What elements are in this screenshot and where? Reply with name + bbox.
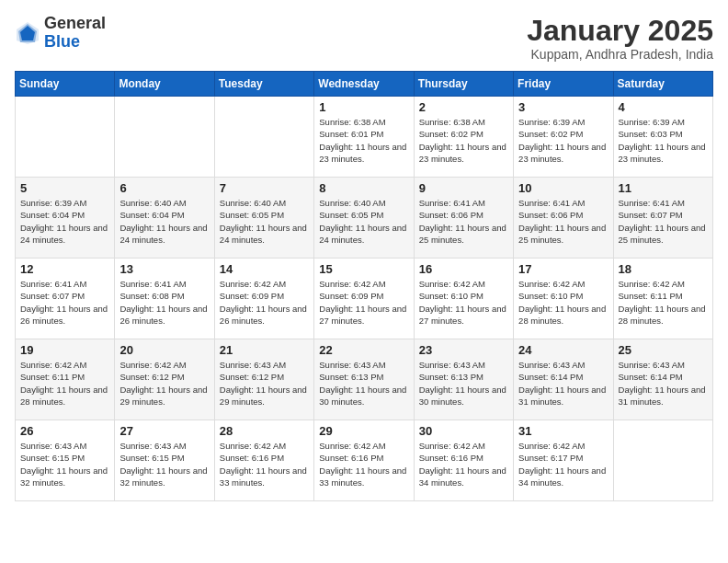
weekday-header: Thursday: [414, 72, 513, 97]
calendar-cell: 19Sunrise: 6:42 AM Sunset: 6:11 PM Dayli…: [16, 339, 115, 420]
day-info: Sunrise: 6:42 AM Sunset: 6:10 PM Dayligh…: [518, 278, 608, 327]
calendar-cell: 1Sunrise: 6:38 AM Sunset: 6:01 PM Daylig…: [314, 97, 414, 178]
day-number: 14: [220, 262, 309, 276]
day-number: 13: [119, 262, 209, 276]
calendar-cell: 9Sunrise: 6:41 AM Sunset: 6:06 PM Daylig…: [414, 178, 513, 259]
day-info: Sunrise: 6:42 AM Sunset: 6:09 PM Dayligh…: [319, 278, 408, 327]
day-info: Sunrise: 6:43 AM Sunset: 6:13 PM Dayligh…: [319, 359, 408, 408]
day-number: 19: [20, 343, 109, 357]
day-info: Sunrise: 6:42 AM Sunset: 6:09 PM Dayligh…: [220, 278, 309, 327]
calendar-cell: 26Sunrise: 6:43 AM Sunset: 6:15 PM Dayli…: [16, 420, 115, 501]
day-info: Sunrise: 6:43 AM Sunset: 6:14 PM Dayligh…: [518, 359, 608, 408]
day-number: 22: [319, 343, 408, 357]
calendar-cell: 29Sunrise: 6:42 AM Sunset: 6:16 PM Dayli…: [314, 420, 414, 501]
day-info: Sunrise: 6:43 AM Sunset: 6:14 PM Dayligh…: [619, 359, 708, 408]
calendar-cell: [613, 420, 712, 501]
calendar-cell: 30Sunrise: 6:42 AM Sunset: 6:16 PM Dayli…: [414, 420, 513, 501]
day-number: 25: [619, 343, 708, 357]
day-info: Sunrise: 6:43 AM Sunset: 6:15 PM Dayligh…: [119, 440, 209, 488]
day-number: 27: [119, 424, 209, 438]
day-info: Sunrise: 6:40 AM Sunset: 6:05 PM Dayligh…: [319, 197, 408, 246]
calendar-header-row: SundayMondayTuesdayWednesdayThursdayFrid…: [16, 72, 713, 97]
day-number: 30: [419, 424, 508, 438]
calendar-cell: 6Sunrise: 6:40 AM Sunset: 6:04 PM Daylig…: [115, 178, 214, 259]
title-block: January 2025 Kuppam, Andhra Pradesh, Ind…: [527, 15, 713, 62]
day-info: Sunrise: 6:41 AM Sunset: 6:06 PM Dayligh…: [419, 197, 508, 246]
calendar-cell: 10Sunrise: 6:41 AM Sunset: 6:06 PM Dayli…: [514, 178, 613, 259]
day-number: 3: [518, 100, 608, 114]
month-title: January 2025: [527, 15, 713, 47]
day-info: Sunrise: 6:41 AM Sunset: 6:08 PM Dayligh…: [119, 278, 209, 327]
calendar-cell: 7Sunrise: 6:40 AM Sunset: 6:05 PM Daylig…: [214, 178, 313, 259]
day-number: 20: [119, 343, 209, 357]
weekday-header: Tuesday: [214, 72, 313, 97]
day-info: Sunrise: 6:42 AM Sunset: 6:16 PM Dayligh…: [319, 440, 408, 488]
weekday-header: Monday: [115, 72, 214, 97]
day-number: 29: [319, 424, 408, 438]
calendar-cell: 22Sunrise: 6:43 AM Sunset: 6:13 PM Dayli…: [314, 339, 414, 420]
weekday-header: Wednesday: [314, 72, 414, 97]
weekday-header: Sunday: [16, 72, 115, 97]
calendar-cell: 24Sunrise: 6:43 AM Sunset: 6:14 PM Dayli…: [514, 339, 613, 420]
day-number: 21: [220, 343, 309, 357]
day-number: 1: [319, 100, 408, 114]
calendar-cell: 21Sunrise: 6:43 AM Sunset: 6:12 PM Dayli…: [214, 339, 313, 420]
calendar-cell: 13Sunrise: 6:41 AM Sunset: 6:08 PM Dayli…: [115, 259, 214, 339]
day-info: Sunrise: 6:39 AM Sunset: 6:03 PM Dayligh…: [619, 116, 708, 165]
day-info: Sunrise: 6:43 AM Sunset: 6:12 PM Dayligh…: [220, 359, 309, 408]
day-number: 26: [20, 424, 109, 438]
day-info: Sunrise: 6:42 AM Sunset: 6:17 PM Dayligh…: [518, 440, 608, 488]
day-number: 31: [518, 424, 608, 438]
day-number: 17: [518, 262, 608, 276]
day-number: 2: [419, 100, 508, 114]
day-info: Sunrise: 6:38 AM Sunset: 6:02 PM Dayligh…: [419, 116, 508, 165]
day-info: Sunrise: 6:42 AM Sunset: 6:12 PM Dayligh…: [119, 359, 209, 408]
day-number: 7: [220, 181, 309, 195]
calendar-cell: 14Sunrise: 6:42 AM Sunset: 6:09 PM Dayli…: [214, 259, 313, 339]
day-number: 4: [619, 100, 708, 114]
day-number: 12: [20, 262, 109, 276]
calendar-cell: 11Sunrise: 6:41 AM Sunset: 6:07 PM Dayli…: [613, 178, 712, 259]
day-info: Sunrise: 6:43 AM Sunset: 6:13 PM Dayligh…: [419, 359, 508, 408]
day-number: 5: [20, 181, 109, 195]
logo-icon: [15, 20, 40, 46]
day-number: 16: [419, 262, 508, 276]
calendar-cell: 16Sunrise: 6:42 AM Sunset: 6:10 PM Dayli…: [414, 259, 513, 339]
logo-blue-text: Blue: [44, 33, 106, 52]
day-number: 18: [619, 262, 708, 276]
calendar-week-row: 19Sunrise: 6:42 AM Sunset: 6:11 PM Dayli…: [16, 339, 713, 420]
day-info: Sunrise: 6:41 AM Sunset: 6:07 PM Dayligh…: [619, 197, 708, 246]
calendar-week-row: 1Sunrise: 6:38 AM Sunset: 6:01 PM Daylig…: [16, 97, 713, 178]
day-number: 6: [119, 181, 209, 195]
day-info: Sunrise: 6:39 AM Sunset: 6:04 PM Dayligh…: [20, 197, 109, 246]
day-info: Sunrise: 6:41 AM Sunset: 6:07 PM Dayligh…: [20, 278, 109, 327]
calendar-cell: 17Sunrise: 6:42 AM Sunset: 6:10 PM Dayli…: [514, 259, 613, 339]
calendar-cell: 3Sunrise: 6:39 AM Sunset: 6:02 PM Daylig…: [514, 97, 613, 178]
day-number: 28: [220, 424, 309, 438]
day-number: 24: [518, 343, 608, 357]
location-text: Kuppam, Andhra Pradesh, India: [527, 47, 713, 62]
calendar-week-row: 12Sunrise: 6:41 AM Sunset: 6:07 PM Dayli…: [16, 259, 713, 339]
calendar-week-row: 26Sunrise: 6:43 AM Sunset: 6:15 PM Dayli…: [16, 420, 713, 501]
day-number: 9: [419, 181, 508, 195]
calendar-table: SundayMondayTuesdayWednesdayThursdayFrid…: [15, 71, 713, 501]
day-info: Sunrise: 6:38 AM Sunset: 6:01 PM Dayligh…: [319, 116, 408, 165]
logo-text: General Blue: [44, 15, 106, 52]
day-info: Sunrise: 6:39 AM Sunset: 6:02 PM Dayligh…: [518, 116, 608, 165]
weekday-header: Saturday: [613, 72, 712, 97]
calendar-cell: 20Sunrise: 6:42 AM Sunset: 6:12 PM Dayli…: [115, 339, 214, 420]
page-header: General Blue January 2025 Kuppam, Andhra…: [15, 15, 713, 62]
day-number: 11: [619, 181, 708, 195]
calendar-cell: 5Sunrise: 6:39 AM Sunset: 6:04 PM Daylig…: [16, 178, 115, 259]
calendar-cell: 4Sunrise: 6:39 AM Sunset: 6:03 PM Daylig…: [613, 97, 712, 178]
day-info: Sunrise: 6:40 AM Sunset: 6:05 PM Dayligh…: [220, 197, 309, 246]
calendar-cell: 25Sunrise: 6:43 AM Sunset: 6:14 PM Dayli…: [613, 339, 712, 420]
calendar-cell: 12Sunrise: 6:41 AM Sunset: 6:07 PM Dayli…: [16, 259, 115, 339]
day-info: Sunrise: 6:42 AM Sunset: 6:16 PM Dayligh…: [220, 440, 309, 488]
calendar-cell: 23Sunrise: 6:43 AM Sunset: 6:13 PM Dayli…: [414, 339, 513, 420]
calendar-week-row: 5Sunrise: 6:39 AM Sunset: 6:04 PM Daylig…: [16, 178, 713, 259]
calendar-cell: [214, 97, 313, 178]
day-info: Sunrise: 6:42 AM Sunset: 6:11 PM Dayligh…: [619, 278, 708, 327]
logo-general-text: General: [44, 15, 106, 33]
weekday-header: Friday: [514, 72, 613, 97]
